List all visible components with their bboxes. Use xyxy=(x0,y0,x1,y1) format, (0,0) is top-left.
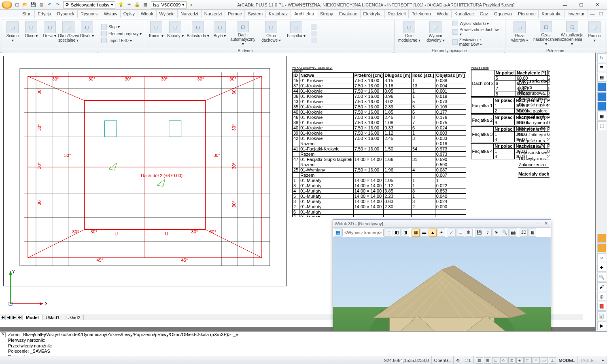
qsave-icon[interactable]: 💾 xyxy=(30,2,36,8)
view3d-min-icon[interactable]: — xyxy=(535,221,542,226)
snap-10[interactable]: ⊥ xyxy=(549,357,556,364)
tab-pomoc[interactable]: Pomoc xyxy=(225,10,245,18)
v3-wall-icon[interactable]: ▦ xyxy=(412,229,420,237)
v3-roof-icon[interactable]: ▲ xyxy=(429,229,437,237)
tab-next-icon[interactable]: ▶ xyxy=(11,315,17,320)
rs-h1[interactable]: ▦ xyxy=(597,112,606,121)
minimize-button[interactable]: — xyxy=(557,0,573,9)
qredo-icon[interactable]: ↷ xyxy=(54,2,61,8)
tab-piorunoc[interactable]: Piorunoc xyxy=(515,10,539,18)
rs-layers-icon[interactable]: ▤ xyxy=(597,73,606,82)
osie-modularne-button[interactable]: ▢Osie modularne ▾ xyxy=(396,20,422,47)
rs-circle-icon[interactable]: ○ xyxy=(597,253,606,262)
rs-refresh-icon[interactable]: ↻ xyxy=(597,53,606,62)
v3-people-icon[interactable]: 👥 xyxy=(334,229,342,237)
mdi-restore-icon[interactable]: ❐ xyxy=(597,10,606,18)
v3-trash-icon[interactable]: 🗑 xyxy=(465,229,473,237)
zestawienie-materia-w-button[interactable]: Zestawienie materiałów ▾ xyxy=(451,37,502,47)
tab-wstaw[interactable]: Wstaw xyxy=(101,10,121,18)
tab-opisy[interactable]: Opisy xyxy=(121,10,138,18)
wall-small-button[interactable] xyxy=(310,23,318,30)
tab-telekomu[interactable]: Telekomu xyxy=(409,10,434,18)
status-expand-icon[interactable]: ▸ xyxy=(599,356,607,364)
tab-architektu[interactable]: Architektu xyxy=(291,10,317,18)
layout-tab-układ1[interactable]: Układ1 xyxy=(42,315,63,320)
tab-widok[interactable]: Widok xyxy=(138,10,157,18)
v3-door-icon[interactable]: ▬ xyxy=(420,229,428,237)
compass-icon[interactable]: ⬘ xyxy=(454,356,462,364)
snap-1[interactable]: ▦ xyxy=(476,357,483,364)
v3-wire-icon[interactable]: ▦ xyxy=(528,229,536,237)
cmd-close-icon[interactable]: ✕ xyxy=(1,332,6,337)
snap-6[interactable]: ◈ xyxy=(516,357,524,364)
layout-tab-model[interactable]: Model xyxy=(23,315,42,320)
tab-rozdzieli[interactable]: Rozdzieli xyxy=(385,10,409,18)
tab-konstrukc[interactable]: Konstrukc xyxy=(539,10,565,18)
tab-gaz[interactable]: Gaz xyxy=(477,10,491,18)
schody-button[interactable]: ▢Schody ▾ xyxy=(165,20,185,47)
powierzchnie-dach-w-button[interactable]: Powierzchnie dachów ▾ xyxy=(451,27,502,37)
snap-3[interactable]: ∟ xyxy=(492,357,499,364)
workspace-selector[interactable]: ⚙ Szkicowanie i opisy▾ xyxy=(63,1,115,8)
tab-narzędzi[interactable]: Narzędzi xyxy=(178,10,201,18)
sun-icon[interactable]: ☀ xyxy=(126,2,132,8)
tab-system[interactable]: System xyxy=(245,10,266,18)
element-pr-towy-button[interactable]: Element prętowy ▾ xyxy=(100,30,143,37)
qundo-icon[interactable]: ↶ xyxy=(46,2,53,8)
model-toggle[interactable]: MODEL xyxy=(556,356,578,364)
wymiar-dowolny-button[interactable]: ▢Wymiar dowolny ▾ xyxy=(422,20,449,47)
snap-5[interactable]: ⊡ xyxy=(508,357,516,364)
rs-arrow-icon[interactable]: ▶ xyxy=(597,321,606,330)
tab-woda[interactable]: Woda xyxy=(434,10,452,18)
tab-elektryka[interactable]: Elektryka xyxy=(361,10,385,18)
qopen-icon[interactable]: 📂 xyxy=(22,2,28,8)
tab-narzędzi[interactable]: Narzędzi xyxy=(202,10,225,18)
tab-ogrzewa[interactable]: Ogrzewa xyxy=(491,10,515,18)
v3-cam-icon[interactable]: 📷 xyxy=(509,229,517,237)
tablet-toggle[interactable]: TABLET xyxy=(577,356,599,364)
wall-small-button2[interactable] xyxy=(310,30,318,37)
rs-handle-blue[interactable] xyxy=(597,83,606,91)
tab-inwentar[interactable]: Inwentar xyxy=(565,10,588,18)
rs-handle-blue2[interactable] xyxy=(597,92,606,101)
r-a-wiatr-w-button[interactable]: ▢Róża wiatrów ▾ xyxy=(507,20,533,47)
snap-7[interactable]: ⬚ xyxy=(524,357,532,364)
rs-h2[interactable]: ⬚ xyxy=(597,121,606,130)
v3-sun-icon[interactable]: ☀ xyxy=(492,229,500,237)
wizualizacja-zacienienia-button[interactable]: ▢Wizualizacja zacienienia ▾ xyxy=(559,20,585,47)
tab-kanalizac[interactable]: Kanalizac xyxy=(452,10,477,18)
tab-last-icon[interactable]: ⏭ xyxy=(17,315,23,320)
v3-ruler-icon[interactable]: ⟋ xyxy=(448,229,456,237)
tab-first-icon[interactable]: ⏮ xyxy=(0,315,6,320)
wall-small-button3[interactable] xyxy=(310,37,318,44)
view3d-close-icon[interactable]: ✕ xyxy=(543,221,549,226)
pomoc-button[interactable]: ▢Pomoc ▾ xyxy=(586,20,603,47)
layer-selector[interactable]: isa_V5CC009▾ xyxy=(151,1,187,8)
rs-book-icon[interactable]: 📕 xyxy=(597,302,606,311)
layout-tab-układ2[interactable]: Układ2 xyxy=(63,315,84,320)
rs-brush-icon[interactable]: 🖌 xyxy=(597,282,606,291)
tab-start[interactable]: Start xyxy=(19,10,35,18)
camera-selector[interactable]: <Wybierz kamerę> xyxy=(342,229,384,236)
lock-icon[interactable]: 🔒 xyxy=(134,2,140,8)
scale-label[interactable]: 1:1 xyxy=(462,356,473,364)
rs-search-icon[interactable]: 🔍 xyxy=(597,273,606,281)
v3-save-icon[interactable]: 💾 xyxy=(475,229,483,237)
rs-target-icon[interactable]: ◎ xyxy=(597,292,606,301)
tab-krajobraz[interactable]: Krajobraz xyxy=(266,10,291,18)
tab-edycja[interactable]: Edycja xyxy=(35,10,54,18)
snap-4[interactable]: ◇ xyxy=(500,357,507,364)
bry-a-button[interactable]: ▢Bryła ▾ xyxy=(211,20,229,47)
v3-tool-1[interactable]: ⬚ xyxy=(384,229,392,237)
-ciana-button[interactable]: ▢Ściana ▾ xyxy=(4,20,21,47)
qprint-icon[interactable]: 🖶 xyxy=(38,2,45,8)
maximize-button[interactable]: ▢ xyxy=(573,0,589,9)
drzwi-button[interactable]: ▢Drzwi ▾ xyxy=(41,20,59,47)
rs-tree-icon[interactable]: ≣ xyxy=(597,63,606,72)
v3-find-icon[interactable]: 🔍 xyxy=(501,229,509,237)
komin-button[interactable]: ▢Komin ▾ xyxy=(147,20,165,47)
v3-export-icon[interactable]: ⤴ xyxy=(484,229,492,237)
rs-chart-icon[interactable]: 📊 xyxy=(597,311,606,320)
view3d-header[interactable]: Widok 3D - [Nieaktywny] — ✕ xyxy=(333,220,551,228)
czas-nas-onecznienia-button[interactable]: ▢Czas nasłonecznienia ▾ xyxy=(533,20,559,47)
